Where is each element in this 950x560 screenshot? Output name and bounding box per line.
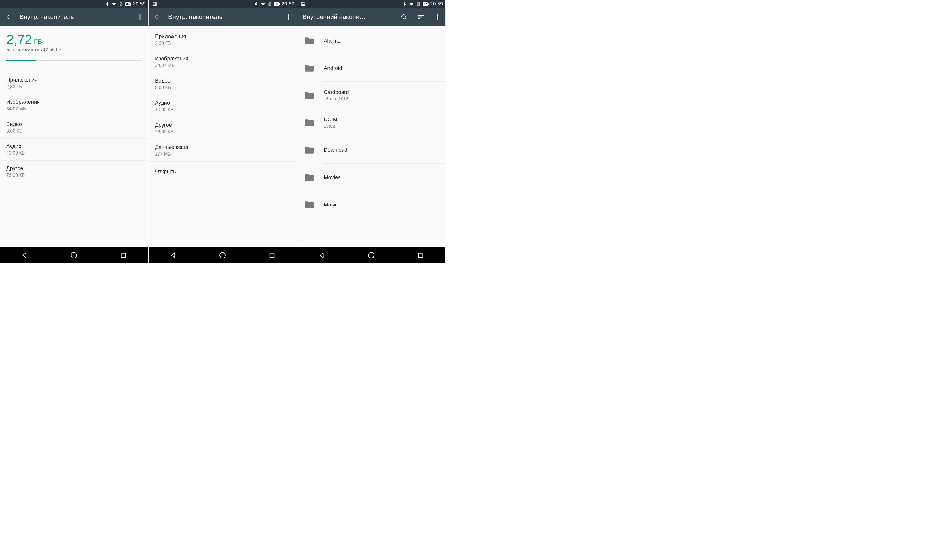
svg-point-3 (71, 252, 77, 258)
wifi-icon (112, 2, 117, 7)
category-value: 34,07 МБ (155, 63, 290, 68)
nav-home-button[interactable] (62, 249, 85, 262)
used-subtitle: использовано из 12,55 ГБ (6, 47, 142, 52)
folder-row[interactable]: Music (297, 191, 445, 218)
battery-indicator: 82 (423, 2, 428, 6)
folder-list[interactable]: AlarmsAndroidCardboard16 окт. 2016…DCIM1… (297, 26, 445, 247)
folder-name: Music (324, 202, 337, 208)
nav-back-button[interactable] (162, 249, 185, 262)
nav-back-button[interactable] (13, 249, 36, 262)
category-images[interactable]: Изображения 34,07 МБ (149, 51, 297, 73)
nav-recent-button[interactable] (112, 249, 135, 262)
folder-row[interactable]: DCIM15:02 (297, 109, 445, 136)
folder-row[interactable]: Download (297, 136, 445, 163)
folder-icon (303, 172, 315, 183)
category-cache[interactable]: Данные кеша 177 МБ (149, 139, 297, 162)
folder-name: Movies (324, 174, 341, 180)
screen-storage-summary: 83 20:59 Внутр. накопитель 2,72ГБ исполь… (0, 0, 149, 263)
category-label: Аудио (155, 100, 290, 106)
folder-text: Cardboard16 окт. 2016… (324, 89, 353, 102)
nav-recent-button[interactable] (409, 249, 432, 262)
category-label: Видео (6, 121, 142, 127)
category-images[interactable]: Изображения 34,07 МБ (0, 94, 148, 117)
category-value: 76,00 КБ (155, 129, 290, 135)
folder-subtitle: 15:02 (324, 124, 337, 129)
wifi-icon (409, 2, 414, 7)
sort-button[interactable] (415, 11, 426, 23)
used-amount: 2,72ГБ (6, 32, 142, 47)
category-other[interactable]: Другое 76,00 КБ (149, 117, 297, 139)
screen-storage-categories: 83 20:59 Внутр. накопитель Приложения 2,… (149, 0, 297, 263)
folder-row[interactable]: Cardboard16 окт. 2016… (297, 82, 445, 109)
folder-name: Download (324, 147, 347, 153)
screen-file-browser: 82 20:59 Внутренний накопи… AlarmsAndroi… (297, 0, 446, 263)
folder-row[interactable]: Android (297, 54, 445, 82)
app-bar: Внутр. накопитель (0, 8, 148, 26)
nav-bar (297, 247, 445, 263)
back-button[interactable] (151, 11, 163, 23)
category-label: Изображения (6, 99, 142, 105)
folder-icon (303, 90, 315, 101)
category-value: 177 МБ (155, 151, 290, 157)
category-value: 8,00 КБ (6, 129, 142, 134)
folder-icon (303, 144, 315, 156)
category-label: Другое (6, 165, 142, 172)
clock: 20:59 (430, 1, 443, 7)
svg-point-2 (139, 18, 141, 20)
category-other[interactable]: Другое 76,00 КБ (0, 161, 148, 183)
status-bar: 83 20:59 (0, 0, 148, 8)
clock: 20:59 (281, 1, 294, 7)
no-sim-icon (416, 2, 421, 7)
svg-point-8 (220, 252, 226, 258)
category-apps[interactable]: Приложения 2,33 ГБ (149, 29, 297, 51)
category-value: 34,07 МБ (6, 106, 142, 112)
category-label: Приложения (6, 77, 142, 83)
overflow-menu-button[interactable] (134, 11, 146, 23)
status-bar: 82 20:59 (297, 0, 445, 8)
category-value: 8,00 КБ (155, 85, 290, 90)
category-apps[interactable]: Приложения 2,33 ГБ (0, 72, 148, 94)
svg-rect-9 (270, 253, 274, 257)
folder-subtitle: 16 окт. 2016… (324, 96, 353, 102)
nav-recent-button[interactable] (260, 249, 283, 262)
folder-row[interactable]: Alarms (297, 27, 445, 54)
app-bar: Внутренний накопи… (297, 8, 445, 26)
folder-icon (303, 117, 315, 129)
svg-point-1 (139, 16, 141, 17)
folder-icon (303, 35, 315, 46)
category-label: Данные кеша (155, 144, 290, 150)
folder-text: Movies (324, 174, 341, 180)
overflow-menu-button[interactable] (283, 11, 294, 23)
folder-icon (303, 62, 315, 74)
svg-point-13 (437, 18, 438, 20)
nav-home-button[interactable] (211, 249, 234, 262)
category-video[interactable]: Видео 8,00 КБ (0, 117, 148, 138)
category-video[interactable]: Видео 8,00 КБ (149, 73, 297, 95)
svg-point-11 (437, 14, 438, 15)
page-title: Внутр. накопитель (168, 13, 278, 21)
bluetooth-icon (105, 2, 110, 7)
svg-rect-15 (419, 253, 423, 257)
battery-indicator: 83 (125, 2, 131, 6)
category-audio[interactable]: Аудио 40,00 КБ (149, 95, 297, 117)
wifi-icon (260, 2, 265, 7)
category-label: Аудио (6, 143, 142, 149)
category-audio[interactable]: Аудио 40,00 КБ (0, 138, 148, 161)
nav-home-button[interactable] (360, 249, 383, 262)
battery-indicator: 83 (274, 2, 279, 6)
image-notif-icon (301, 2, 306, 7)
bluetooth-icon (402, 2, 407, 7)
back-button[interactable] (3, 11, 14, 23)
category-value: 2,33 ГБ (155, 41, 290, 46)
folder-text: DCIM15:02 (324, 117, 337, 129)
category-label: Видео (155, 78, 290, 84)
open-explorer[interactable]: Открыть (149, 162, 297, 182)
nav-back-button[interactable] (311, 249, 334, 262)
overflow-menu-button[interactable] (431, 11, 443, 23)
svg-point-7 (288, 18, 289, 20)
folder-name: Cardboard (324, 89, 353, 95)
search-button[interactable] (398, 11, 410, 23)
svg-point-12 (437, 16, 438, 17)
folder-row[interactable]: Movies (297, 163, 445, 191)
folder-text: Android (324, 65, 342, 71)
